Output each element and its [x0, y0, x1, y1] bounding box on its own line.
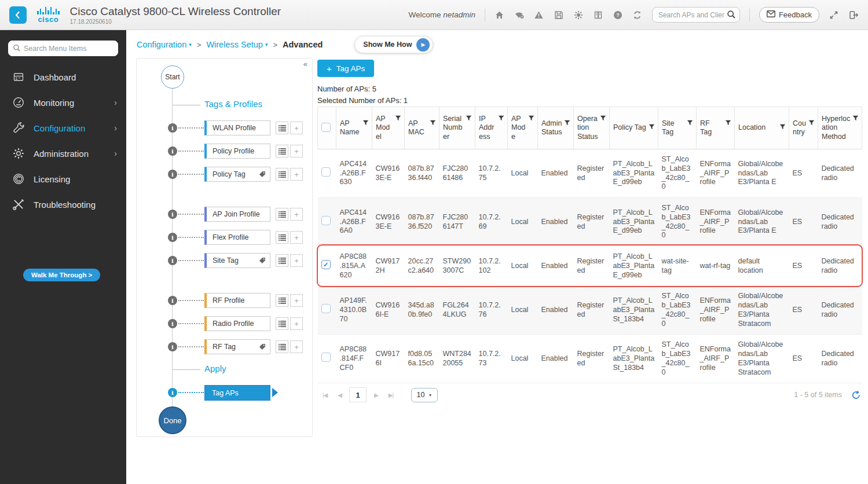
info-icon[interactable]: i [168, 210, 177, 219]
row-checkbox[interactable] [321, 353, 331, 362]
add-flex-profile-button[interactable]: + [290, 231, 303, 244]
first-page-icon[interactable]: |◀ [323, 392, 327, 398]
wizard-step-wlan-profile[interactable]: WLAN Profile [204, 120, 270, 135]
settings-icon[interactable] [573, 10, 584, 20]
filter-icon[interactable] [528, 115, 534, 124]
sync-icon[interactable] [632, 10, 643, 20]
wizard-step-policy-profile[interactable]: Policy Profile [204, 144, 270, 159]
next-page-icon[interactable]: ▶ [374, 392, 378, 398]
ap-table-row[interactable]: AP8C88.814F.FCF0CW9176If0d8.056a.15c0WNT… [318, 335, 862, 383]
wizard-step-flex-profile[interactable]: Flex Profile [204, 230, 270, 245]
info-icon[interactable]: i [168, 233, 177, 242]
ap-table-row[interactable]: AP149F.4310.0B70CW9166I-E345d.a80b.9fe0F… [318, 286, 862, 335]
filter-icon[interactable] [362, 120, 369, 129]
add-rf-tag-button[interactable]: + [290, 340, 303, 353]
filter-icon[interactable] [466, 115, 472, 124]
list-policy-profile-button[interactable] [276, 145, 288, 157]
list-site-tag-button[interactable] [276, 254, 288, 267]
audit-icon[interactable] [593, 10, 603, 20]
list-policy-tag-button[interactable] [276, 168, 288, 181]
wizard-step-radio-profile[interactable]: Radio Profile [204, 316, 270, 331]
info-icon[interactable]: i [168, 146, 177, 156]
sidebar-item-configuration[interactable]: Configuration› [0, 115, 126, 141]
welcome-text: Welcome netadmin [409, 10, 475, 19]
info-icon[interactable]: i [168, 388, 177, 397]
breadcrumb-configuration[interactable]: Configuration▾ [137, 40, 192, 49]
last-page-icon[interactable]: ▶| [389, 392, 393, 398]
walk-me-through-button[interactable]: Walk Me Through > [23, 269, 100, 281]
add-ap-join-profile-button[interactable]: + [290, 208, 303, 221]
column-label: Policy Tag [613, 123, 646, 131]
filter-icon[interactable] [852, 115, 859, 124]
add-policy-profile-button[interactable]: + [290, 145, 303, 157]
add-wlan-profile-button[interactable]: + [290, 122, 303, 134]
step-label: AP Join Profile [213, 210, 260, 218]
save-icon[interactable] [554, 10, 564, 20]
list-radio-profile-button[interactable] [276, 317, 288, 330]
cell-value: CW9163E-E [372, 198, 405, 247]
wizard-step-rf-tag[interactable]: RF Tag [204, 339, 270, 354]
sidebar-item-monitoring[interactable]: Monitoring› [0, 90, 126, 115]
add-site-tag-button[interactable]: + [290, 254, 303, 267]
collapse-panel-icon[interactable]: « [303, 60, 307, 68]
sidebar-item-licensing[interactable]: Licensing [0, 166, 126, 192]
home-icon[interactable] [495, 10, 505, 20]
add-rf-profile-button[interactable]: + [290, 294, 303, 307]
feedback-button[interactable]: Feedback [759, 7, 819, 23]
row-checkbox[interactable] [321, 304, 331, 313]
select-all-checkbox[interactable] [321, 123, 331, 132]
add-radio-profile-button[interactable]: + [290, 317, 303, 330]
ap-table-row[interactable]: APC414.A26B.F630CW9163E-E087b.8736.f440F… [318, 149, 862, 198]
list-flex-profile-button[interactable] [276, 231, 288, 244]
ap-table-row[interactable]: APC414.A26B.F6A0CW9163E-E087b.8736.f520F… [318, 198, 862, 247]
info-icon[interactable]: i [168, 170, 177, 179]
wizard-step-site-tag[interactable]: Site Tag [204, 253, 270, 268]
alerts-icon[interactable] [534, 10, 544, 20]
column-header-hyperlocation-method: Hyperlocation Method [818, 107, 862, 149]
sidebar-item-troubleshooting[interactable]: Troubleshooting [0, 192, 126, 217]
row-checkbox[interactable] [321, 216, 331, 225]
filter-icon[interactable] [779, 124, 786, 133]
filter-icon[interactable] [430, 120, 436, 129]
wizard-step-rf-profile[interactable]: RF Profile [204, 293, 270, 308]
filter-icon[interactable] [725, 120, 731, 129]
info-icon[interactable]: i [168, 319, 177, 328]
search-menu-input[interactable] [8, 41, 118, 56]
filter-icon[interactable] [600, 115, 606, 124]
prev-page-icon[interactable]: ◀ [338, 392, 342, 398]
info-icon[interactable]: i [168, 296, 177, 305]
page-size-select[interactable]: 10 ▼ [411, 388, 438, 402]
filter-icon[interactable] [808, 120, 815, 129]
list-rf-tag-button[interactable] [276, 340, 288, 353]
filter-icon[interactable] [564, 120, 570, 129]
info-icon[interactable]: i [168, 342, 177, 351]
list-rf-profile-button[interactable] [276, 294, 288, 307]
tag-aps-button[interactable]: + Tag APs [317, 60, 374, 77]
list-ap-join-profile-button[interactable] [276, 208, 288, 221]
filter-icon[interactable] [498, 115, 504, 124]
filter-icon[interactable] [395, 115, 401, 124]
wizard-done-button[interactable]: Done [159, 406, 186, 434]
wizard-step-policy-tag[interactable]: Policy Tag [204, 167, 270, 182]
sidebar-item-administration[interactable]: Administration› [0, 141, 126, 166]
info-icon[interactable]: i [168, 123, 177, 133]
help-icon[interactable]: ? [613, 10, 623, 20]
row-checkbox[interactable] [321, 167, 331, 177]
logout-icon[interactable] [848, 10, 859, 20]
show-me-how-button[interactable]: Show Me How ▶ [354, 36, 433, 53]
fullscreen-icon[interactable] [829, 10, 839, 20]
ap-table-row[interactable]: AP8C88.815A.A620CW9172H20cc.27c2.a640STW… [318, 247, 862, 286]
info-icon[interactable]: i [168, 256, 177, 265]
breadcrumb-wireless-setup[interactable]: Wireless Setup▾ [206, 40, 268, 49]
filter-icon[interactable] [649, 124, 655, 133]
row-checkbox[interactable] [321, 260, 331, 269]
list-wlan-profile-button[interactable] [276, 122, 288, 134]
refresh-table-icon[interactable] [851, 390, 861, 400]
wizard-step-ap-join-profile[interactable]: AP Join Profile [204, 207, 270, 222]
wireless-settings-icon[interactable] [514, 10, 525, 20]
wizard-step-tag-aps[interactable]: Tag APs [204, 385, 270, 401]
add-policy-tag-button[interactable]: + [290, 168, 303, 181]
back-button[interactable] [9, 6, 27, 24]
filter-icon[interactable] [687, 120, 693, 129]
sidebar-item-dashboard[interactable]: Dashboard [0, 64, 126, 90]
